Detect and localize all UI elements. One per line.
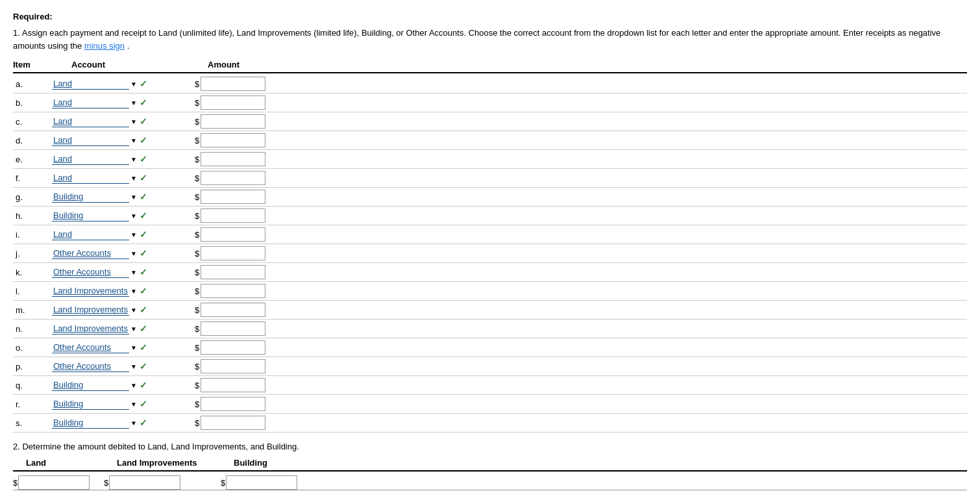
dropdown-arrow-row-l[interactable]: ▼	[130, 288, 137, 295]
dropdown-arrow-row-d[interactable]: ▼	[130, 137, 137, 144]
dropdown-arrow-row-o[interactable]: ▼	[130, 344, 137, 351]
amount-input-row-d[interactable]	[201, 133, 265, 147]
amount-input-row-s[interactable]	[201, 416, 265, 430]
section2-land-improvements-input[interactable]	[109, 475, 180, 490]
amount-input-row-a[interactable]	[201, 77, 265, 91]
account-cell-row-o: LandLand ImprovementsBuildingOther Accou…	[52, 342, 195, 353]
account-select-row-l[interactable]: LandLand ImprovementsBuildingOther Accou…	[52, 285, 129, 297]
amount-input-row-o[interactable]	[201, 340, 265, 355]
account-cell-row-b: LandLand ImprovementsBuildingOther Accou…	[52, 97, 195, 108]
account-cell-row-r: LandLand ImprovementsBuildingOther Accou…	[52, 398, 195, 410]
account-select-row-k[interactable]: LandLand ImprovementsBuildingOther Accou…	[52, 266, 129, 278]
section2-building-input[interactable]	[226, 475, 297, 490]
check-mark-row-i: ✓	[140, 229, 147, 240]
dropdown-arrow-row-e[interactable]: ▼	[130, 156, 137, 163]
dropdown-arrow-row-p[interactable]: ▼	[130, 363, 137, 370]
dropdown-arrow-row-g[interactable]: ▼	[130, 194, 137, 201]
item-label-row-g: g.	[13, 192, 52, 202]
account-select-row-j[interactable]: LandLand ImprovementsBuildingOther Accou…	[52, 247, 129, 259]
account-select-row-h[interactable]: LandLand ImprovementsBuildingOther Accou…	[52, 210, 129, 221]
table-header: Item Account Amount	[13, 60, 967, 73]
amount-input-row-g[interactable]	[201, 190, 265, 204]
account-select-row-o[interactable]: LandLand ImprovementsBuildingOther Accou…	[52, 342, 129, 353]
check-mark-row-g: ✓	[140, 192, 147, 202]
section2-land-input[interactable]	[18, 475, 90, 490]
dropdown-arrow-row-k[interactable]: ▼	[130, 269, 137, 276]
table-row: m.LandLand ImprovementsBuildingOther Acc…	[13, 301, 967, 320]
amount-input-row-j[interactable]	[201, 246, 265, 260]
amount-input-row-p[interactable]	[201, 359, 265, 373]
amount-cell-row-c: $	[195, 114, 325, 129]
dropdown-arrow-row-h[interactable]: ▼	[130, 212, 137, 220]
account-select-row-e[interactable]: LandLand ImprovementsBuildingOther Accou…	[52, 153, 129, 165]
dollar-sign-row-k: $	[195, 268, 199, 277]
amount-input-row-m[interactable]	[201, 303, 265, 317]
account-select-row-m[interactable]: LandLand ImprovementsBuildingOther Accou…	[52, 304, 129, 316]
section2-land-improvements-dollar: $	[104, 478, 108, 488]
amount-input-row-f[interactable]	[201, 171, 265, 185]
amount-cell-row-r: $	[195, 397, 325, 411]
check-mark-row-m: ✓	[140, 305, 147, 315]
amount-input-row-r[interactable]	[201, 397, 265, 411]
amount-input-row-i[interactable]	[201, 227, 265, 242]
amount-input-row-k[interactable]	[201, 265, 265, 279]
account-select-row-n[interactable]: LandLand ImprovementsBuildingOther Accou…	[52, 323, 129, 334]
amount-cell-row-n: $	[195, 321, 325, 336]
section2-land-improvements-wrap: $	[104, 475, 221, 490]
dropdown-arrow-row-j[interactable]: ▼	[130, 250, 137, 257]
dropdown-arrow-row-m[interactable]: ▼	[130, 307, 137, 314]
item-label-row-m: m.	[13, 305, 52, 315]
table-row: o.LandLand ImprovementsBuildingOther Acc…	[13, 338, 967, 357]
account-select-row-r[interactable]: LandLand ImprovementsBuildingOther Accou…	[52, 398, 129, 410]
section2-col-land-improvements: Land Improvements	[104, 458, 221, 468]
dropdown-arrow-row-c[interactable]: ▼	[130, 118, 137, 125]
check-mark-row-h: ✓	[140, 210, 147, 221]
table-row: g.LandLand ImprovementsBuildingOther Acc…	[13, 188, 967, 207]
dollar-sign-row-p: $	[195, 362, 199, 372]
dropdown-arrow-row-b[interactable]: ▼	[130, 99, 137, 107]
dollar-sign-row-f: $	[195, 173, 199, 183]
dropdown-arrow-row-f[interactable]: ▼	[130, 175, 137, 182]
account-cell-row-l: LandLand ImprovementsBuildingOther Accou…	[52, 285, 195, 297]
account-select-row-c[interactable]: LandLand ImprovementsBuildingOther Accou…	[52, 116, 129, 127]
dollar-sign-row-g: $	[195, 192, 199, 202]
item-label-row-n: n.	[13, 324, 52, 334]
check-mark-row-j: ✓	[140, 248, 147, 258]
section2-header: Land Land Improvements Building	[13, 458, 967, 472]
check-mark-row-c: ✓	[140, 116, 147, 127]
section2-title: 2. Determine the amount debited to Land,…	[13, 442, 967, 451]
amount-input-row-n[interactable]	[201, 321, 265, 336]
dollar-sign-row-r: $	[195, 399, 199, 409]
account-select-row-q[interactable]: LandLand ImprovementsBuildingOther Accou…	[52, 379, 129, 391]
amount-input-row-e[interactable]	[201, 152, 265, 166]
dropdown-arrow-row-n[interactable]: ▼	[130, 325, 137, 333]
account-select-row-a[interactable]: LandLand ImprovementsBuildingOther Accou…	[52, 78, 129, 90]
dropdown-arrow-row-a[interactable]: ▼	[130, 81, 137, 88]
amount-cell-row-o: $	[195, 340, 325, 355]
amount-input-row-h[interactable]	[201, 208, 265, 223]
account-select-row-f[interactable]: LandLand ImprovementsBuildingOther Accou…	[52, 172, 129, 184]
dropdown-arrow-row-s[interactable]: ▼	[130, 420, 137, 427]
account-select-row-b[interactable]: LandLand ImprovementsBuildingOther Accou…	[52, 97, 129, 108]
account-select-row-s[interactable]: LandLand ImprovementsBuildingOther Accou…	[52, 417, 129, 429]
account-select-row-i[interactable]: LandLand ImprovementsBuildingOther Accou…	[52, 229, 129, 240]
account-select-row-p[interactable]: LandLand ImprovementsBuildingOther Accou…	[52, 360, 129, 372]
check-mark-row-p: ✓	[140, 361, 147, 372]
amount-cell-row-p: $	[195, 359, 325, 373]
table-row: q.LandLand ImprovementsBuildingOther Acc…	[13, 376, 967, 395]
amount-input-row-l[interactable]	[201, 284, 265, 298]
section2-col-land: Land	[13, 458, 104, 468]
dropdown-arrow-row-q[interactable]: ▼	[130, 382, 137, 389]
section2-building-wrap: $	[221, 475, 325, 490]
account-select-row-g[interactable]: LandLand ImprovementsBuildingOther Accou…	[52, 191, 129, 203]
account-cell-row-m: LandLand ImprovementsBuildingOther Accou…	[52, 304, 195, 316]
account-select-row-d[interactable]: LandLand ImprovementsBuildingOther Accou…	[52, 134, 129, 146]
dropdown-arrow-row-i[interactable]: ▼	[130, 231, 137, 238]
amount-input-row-b[interactable]	[201, 95, 265, 110]
amount-input-row-q[interactable]	[201, 378, 265, 392]
dropdown-arrow-row-r[interactable]: ▼	[130, 401, 137, 408]
item-label-row-j: j.	[13, 249, 52, 258]
table-row: s.LandLand ImprovementsBuildingOther Acc…	[13, 414, 967, 433]
amount-input-row-c[interactable]	[201, 114, 265, 129]
table-row: b.LandLand ImprovementsBuildingOther Acc…	[13, 94, 967, 112]
